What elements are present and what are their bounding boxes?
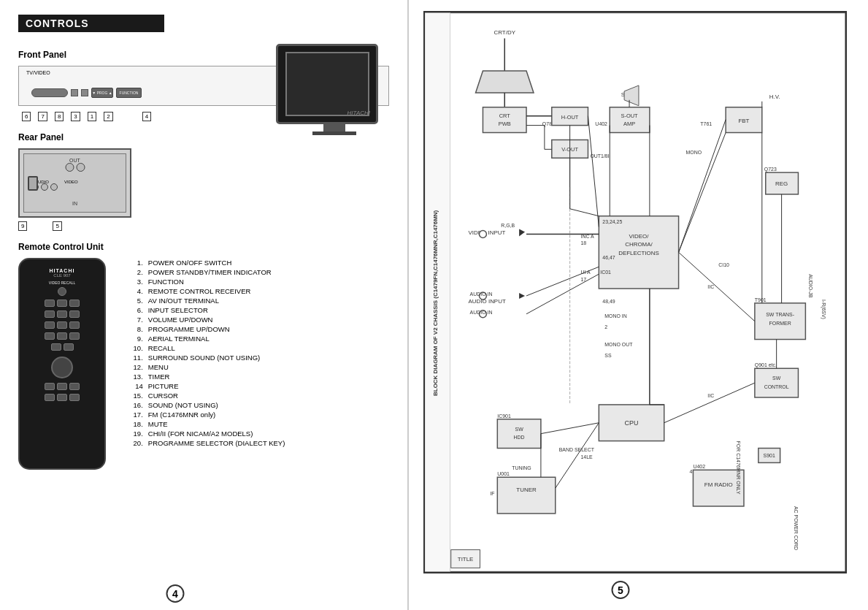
remote-btn-17[interactable] — [69, 383, 80, 390]
controls-header: CONTROLS — [18, 15, 164, 32]
remote-item-num: 9. — [120, 334, 146, 343]
remote-btn-row-6 — [51, 343, 74, 351]
remote-list-item: 17.FM (C1476MNR only) — [120, 410, 389, 419]
remote-btn-8[interactable] — [57, 321, 67, 329]
svg-text:PWB: PWB — [499, 121, 511, 127]
remote-btn-4[interactable] — [45, 310, 55, 318]
remote-btn-16[interactable] — [57, 383, 67, 390]
svg-point-79 — [479, 231, 486, 238]
remote-btn-13[interactable] — [51, 343, 61, 351]
remote-list-item: 19.CHI/II (FOR NICAM/A2 MODELS) — [120, 429, 389, 438]
remote-item-text: POWER ON/OFF SWITCH — [146, 258, 389, 267]
diagram-svg: BLOCK DIAGRAM OF V2 CHASSIS (C1479FN,C14… — [425, 12, 845, 572]
remote-model: CLE 907 — [53, 273, 70, 278]
svg-text:SS: SS — [604, 353, 612, 358]
remote-btn-9[interactable] — [69, 321, 80, 329]
remote-btn-1[interactable] — [45, 300, 55, 307]
in-label: IN — [72, 201, 77, 206]
remote-item-num: 13. — [120, 372, 146, 381]
remote-list-item: 9.AERIAL TERMINAL — [120, 334, 389, 343]
svg-text:S-OUT: S-OUT — [621, 113, 638, 119]
svg-text:I-R(6SV): I-R(6SV) — [821, 300, 826, 319]
remote-btn-row-4 — [45, 321, 80, 329]
remote-brand: HITACHI — [50, 268, 75, 273]
remote-item-text: POWER STANDBY/TIMER INDICATOR — [146, 267, 389, 277]
remote-btn-2[interactable] — [57, 300, 67, 307]
remote-nav-circle[interactable] — [51, 357, 73, 378]
rear-panel-illustration: OUT AUDIO VIDEO — [18, 148, 131, 218]
tv-illustration: HITACHI — [276, 44, 393, 139]
remote-list-item: 18.MUTE — [120, 419, 389, 429]
svg-text:CPU: CPU — [625, 419, 639, 427]
remote-btn-20[interactable] — [69, 394, 80, 401]
remote-btn-row-7 — [45, 383, 80, 390]
rear-num-labels: 9 5 — [18, 221, 131, 231]
svg-text:U402: U402 — [595, 121, 607, 126]
remote-item-num: 4. — [120, 286, 146, 296]
remote-item-text: MUTE — [146, 419, 389, 429]
remote-btn-power[interactable] — [58, 287, 66, 296]
remote-btn-3[interactable] — [69, 300, 80, 307]
svg-text:INC A: INC A — [581, 234, 594, 239]
remote-video-recall: VIDEO RECALL — [49, 281, 75, 285]
svg-text:SW: SW — [515, 427, 524, 432]
remote-btn-row-8 — [45, 394, 80, 401]
panel-prog-btn: ▼ PROG ▲ — [91, 88, 113, 98]
svg-text:AC POWER CORD: AC POWER CORD — [794, 506, 799, 550]
svg-text:U001: U001 — [497, 471, 510, 476]
remote-list-item: 5.AV IN/OUT TERMINAL — [120, 296, 389, 305]
svg-text:IIC: IIC — [707, 393, 714, 398]
remote-btn-6[interactable] — [69, 310, 80, 318]
remote-btn-7[interactable] — [45, 321, 55, 329]
prog-label: ▼ PROG ▲ — [92, 91, 112, 95]
remote-item-text: AV IN/OUT TERMINAL — [146, 296, 389, 305]
svg-text:IF: IF — [490, 491, 494, 496]
remote-btn-5[interactable] — [57, 310, 67, 318]
svg-text:UI A: UI A — [581, 270, 591, 275]
svg-text:CRT/DY: CRT/DY — [494, 29, 516, 36]
page-num-right-text: 5 — [618, 584, 623, 596]
panel-btn-plus — [81, 89, 88, 96]
remote-illustration: HITACHI CLE 907 VIDEO RECALL — [18, 258, 106, 470]
remote-btn-14[interactable] — [64, 343, 74, 351]
svg-text:CHROMA/: CHROMA/ — [625, 241, 653, 248]
num-label-5-container: 5 — [53, 221, 61, 231]
num-label-8: 8 — [55, 112, 64, 121]
svg-text:Q723: Q723 — [764, 167, 777, 172]
remote-item-num: 18. — [120, 419, 146, 429]
panel-slider — [31, 88, 68, 97]
remote-item-text: AERIAL TERMINAL — [146, 334, 389, 343]
remote-item-num: 15. — [120, 391, 146, 400]
remote-btn-10[interactable] — [45, 332, 55, 340]
remote-btn-19[interactable] — [57, 394, 67, 401]
svg-text:18: 18 — [581, 240, 587, 245]
remote-item-num: 12. — [120, 362, 146, 372]
svg-text:BAND SELECT: BAND SELECT — [559, 447, 595, 452]
remote-item-num: 3. — [120, 277, 146, 286]
right-page: BLOCK DIAGRAM OF V2 CHASSIS (C1479FN,C14… — [409, 0, 868, 610]
num-label-4: 4 — [142, 112, 151, 121]
svg-rect-46 — [497, 477, 555, 514]
remote-item-num: 17. — [120, 410, 146, 419]
remote-btn-12[interactable] — [69, 332, 80, 340]
remote-btn-15[interactable] — [45, 383, 55, 390]
svg-text:AUDIO IN: AUDIO IN — [470, 310, 493, 315]
remote-item-text: RECALL — [146, 343, 389, 353]
remote-btn-11[interactable] — [57, 332, 67, 340]
num-label-2: 2 — [104, 112, 112, 121]
num-label-6: 6 — [22, 112, 31, 121]
page-num-left-text: 4 — [172, 588, 178, 600]
svg-text:Q901 etc.: Q901 etc. — [755, 362, 777, 368]
tvvideo-label: TV/VIDEO — [26, 70, 50, 75]
remote-btn-18[interactable] — [45, 394, 55, 401]
remote-list-item: 8.PROGRAMME UP/DOWN — [120, 324, 389, 334]
remote-control-section: Remote Control Unit HITACHI CLE 907 VIDE… — [18, 242, 389, 470]
remote-item-text: FM (C1476MNR only) — [146, 410, 389, 419]
remote-item-num: 16. — [120, 400, 146, 410]
remote-list-item: 20.PROGRAMME SELECTOR (DIALECT KEY) — [120, 438, 389, 448]
svg-text:FOR C1476MNR ONLY: FOR C1476MNR ONLY — [736, 441, 741, 495]
remote-item-text: PROGRAMME SELECTOR (DIALECT KEY) — [146, 438, 389, 448]
svg-text:U402: U402 — [693, 464, 705, 469]
remote-item-text: MENU — [146, 362, 389, 372]
svg-text:H-OUT: H-OUT — [561, 114, 579, 121]
